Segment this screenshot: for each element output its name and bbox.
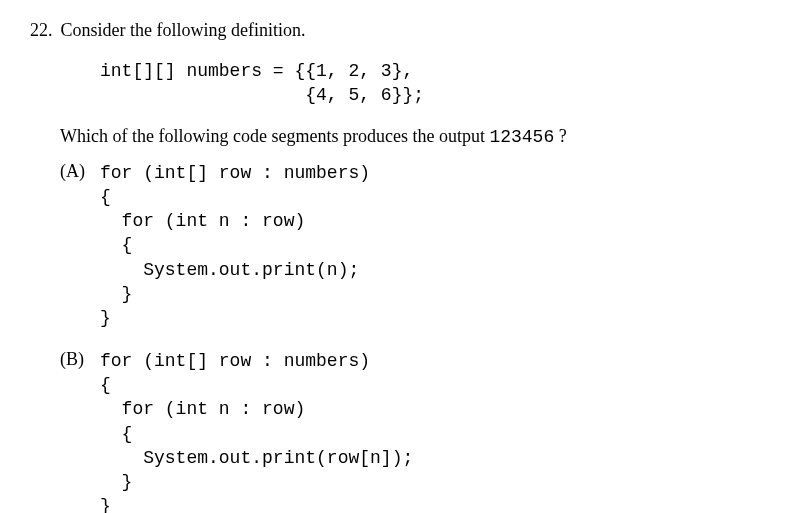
option-b-line7: } bbox=[100, 496, 111, 513]
option-b-line1: for (int[] row : numbers) bbox=[100, 351, 370, 371]
option-b-line3: for (int n : row) bbox=[100, 399, 305, 419]
option-b-code: for (int[] row : numbers) { for (int n :… bbox=[100, 349, 413, 513]
question-header: 22. Consider the following definition. bbox=[30, 20, 770, 41]
option-a-line2: { bbox=[100, 187, 111, 207]
option-a-line7: } bbox=[100, 308, 111, 328]
definition-code: int[][] numbers = {{1, 2, 3}, {4, 5, 6}}… bbox=[100, 59, 770, 108]
option-a-line5: System.out.print(n); bbox=[100, 260, 359, 280]
option-b-line6: } bbox=[100, 472, 132, 492]
prompt-code: 123456 bbox=[489, 127, 554, 147]
option-a-line6: } bbox=[100, 284, 132, 304]
question-prompt: Which of the following code segments pro… bbox=[60, 126, 770, 147]
option-a-code: for (int[] row : numbers) { for (int n :… bbox=[100, 161, 370, 331]
option-a-line1: for (int[] row : numbers) bbox=[100, 163, 370, 183]
code-line-1: int[][] numbers = {{1, 2, 3}, bbox=[100, 61, 413, 81]
question-number: 22. bbox=[30, 20, 53, 41]
code-line-2: {4, 5, 6}}; bbox=[100, 85, 424, 105]
option-b-label: (B) bbox=[60, 349, 100, 513]
question-stem: Consider the following definition. bbox=[61, 20, 306, 41]
option-a-line3: for (int n : row) bbox=[100, 211, 305, 231]
option-b-line4: { bbox=[100, 424, 132, 444]
option-b: (B) for (int[] row : numbers) { for (int… bbox=[60, 349, 770, 513]
option-b-line2: { bbox=[100, 375, 111, 395]
prompt-pre: Which of the following code segments pro… bbox=[60, 126, 489, 146]
prompt-post: ? bbox=[554, 126, 567, 146]
option-a: (A) for (int[] row : numbers) { for (int… bbox=[60, 161, 770, 331]
option-a-line4: { bbox=[100, 235, 132, 255]
option-a-label: (A) bbox=[60, 161, 100, 331]
option-b-line5: System.out.print(row[n]); bbox=[100, 448, 413, 468]
